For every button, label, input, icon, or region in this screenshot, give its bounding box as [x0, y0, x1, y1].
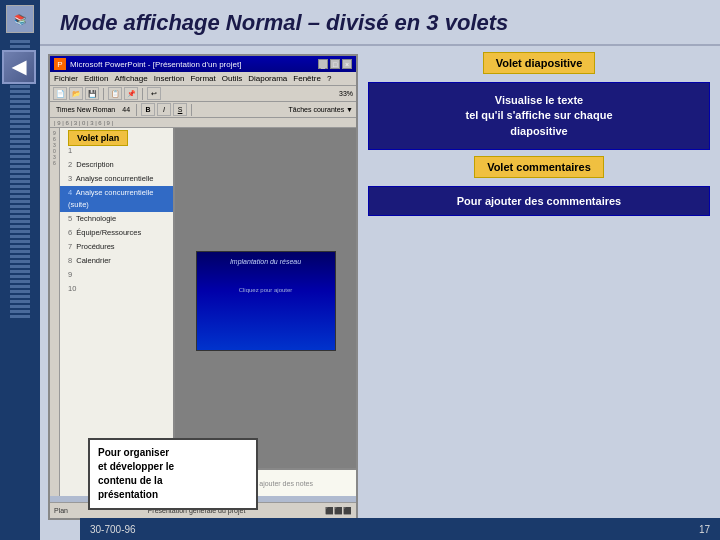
ppt-toolbar-2: Times New Roman 44 B I S Tâches courante… [50, 102, 356, 118]
volet-diapositive-label: Volet diapositive [483, 52, 596, 74]
outline-item-6[interactable]: 6 Équipe/Ressources [60, 226, 173, 240]
menu-outils[interactable]: Outils [222, 74, 242, 83]
outline-item-7[interactable]: 7 Procédures [60, 240, 173, 254]
outline-item-10[interactable]: 10 [60, 282, 173, 296]
pour-organiser-line4: présentation [98, 488, 248, 502]
outline-item-8[interactable]: 8 Calendrier [60, 254, 173, 268]
minimize-button[interactable]: _ [318, 59, 328, 69]
menu-insertion[interactable]: Insertion [154, 74, 185, 83]
toolbar-new[interactable]: 📄 [53, 87, 67, 100]
footer-course-code: 30-700-96 [90, 524, 136, 535]
volet-plan-badge: Volet plan [68, 130, 128, 146]
page-title: Mode affichage Normal – divisé en 3 vole… [60, 10, 508, 35]
ppt-app-icon: P [54, 58, 66, 70]
slide-title: Implantation du réseau [197, 252, 335, 267]
status-mode: Plan [54, 507, 68, 514]
ppt-window-buttons: _ □ × [318, 59, 352, 69]
maximize-button[interactable]: □ [330, 59, 340, 69]
ppt-menubar: Fichier Edition Affichage Insertion Form… [50, 72, 356, 86]
outline-item-9[interactable]: 9 [60, 268, 173, 282]
ppt-slide: Implantation du réseau Cliquez pour ajou… [196, 251, 336, 351]
toolbar-paste[interactable]: 📌 [124, 87, 138, 100]
outline-item-2[interactable]: 2 Description [60, 158, 173, 172]
ppt-title-text: Microsoft PowerPoint - [Présentation d'u… [70, 60, 318, 69]
pour-ajouter-box: Pour ajouter des commentaires [368, 186, 710, 216]
font-size[interactable]: 44 [120, 106, 132, 113]
font-name[interactable]: Times New Roman [53, 106, 118, 113]
italic-btn[interactable]: I [157, 103, 171, 116]
menu-format[interactable]: Format [190, 74, 215, 83]
page-number: 17 [699, 524, 710, 535]
outline-item-1[interactable]: 1 [60, 144, 173, 158]
horizontal-ruler: | 9 | 6 | 3 | 0 | 3 | 6 | 9 | [50, 118, 356, 128]
tasks-label: Tâches courantes ▼ [288, 106, 353, 113]
menu-fichier[interactable]: Fichier [54, 74, 78, 83]
status-icons: ⬛⬛⬛ [325, 507, 352, 515]
info-column: Volet diapositive Visualise le texte tel… [358, 46, 720, 528]
ppt-toolbar-1: 📄 📂 💾 📋 📌 ↩ 33% [50, 86, 356, 102]
zoom-display: 33% [339, 90, 353, 97]
outline-item-3[interactable]: 3 Analyse concurrentielle [60, 172, 173, 186]
menu-diaporama[interactable]: Diaporama [248, 74, 287, 83]
main-content: Mode affichage Normal – divisé en 3 vole… [40, 0, 720, 540]
back-button[interactable]: ◀ [2, 50, 36, 84]
toolbar-undo[interactable]: ↩ [147, 87, 161, 100]
ppt-titlebar: P Microsoft PowerPoint - [Présentation d… [50, 56, 356, 72]
page-footer: 30-700-96 17 [80, 518, 720, 540]
vertical-ruler: 963036 [50, 128, 60, 496]
menu-fenetre[interactable]: Fenêtre [293, 74, 321, 83]
bold-btn[interactable]: B [141, 103, 155, 116]
pour-organiser-line3: contenu de la [98, 474, 248, 488]
menu-aide[interactable]: ? [327, 74, 331, 83]
pour-organiser-line2: et développer le [98, 460, 248, 474]
page-header: Mode affichage Normal – divisé en 3 vole… [40, 0, 720, 46]
outline-item-4[interactable]: 4 Analyse concurrentielle (suite) [60, 186, 173, 212]
pour-organiser-line1: Pour organiser [98, 446, 248, 460]
book-icon: 📚 [6, 5, 34, 33]
toolbar-save[interactable]: 💾 [85, 87, 99, 100]
ppt-slide-container: Implantation du réseau Cliquez pour ajou… [175, 128, 356, 468]
menu-edition[interactable]: Edition [84, 74, 108, 83]
underline-btn[interactable]: S [173, 103, 187, 116]
outline-item-5[interactable]: 5 Technologie [60, 212, 173, 226]
visualise-line1: Visualise le texte [381, 93, 697, 108]
pour-organiser-box: Pour organiser et développer le contenu … [88, 438, 258, 510]
toolbar-copy[interactable]: 📋 [108, 87, 122, 100]
visualise-box: Visualise le texte tel qu'il s'affiche s… [368, 82, 710, 150]
toolbar-open[interactable]: 📂 [69, 87, 83, 100]
visualise-line3: diapositive [381, 124, 697, 139]
outline-items: 1 2 Description 3 Analyse concurrentiell… [60, 144, 173, 296]
slide-click-text: Cliquez pour ajouter [197, 287, 335, 293]
back-arrow-icon: ◀ [12, 56, 26, 78]
volet-commentaires-label: Volet commentaires [474, 156, 604, 178]
close-button[interactable]: × [342, 59, 352, 69]
menu-affichage[interactable]: Affichage [114, 74, 147, 83]
visualise-line2: tel qu'il s'affiche sur chaque [381, 108, 697, 123]
